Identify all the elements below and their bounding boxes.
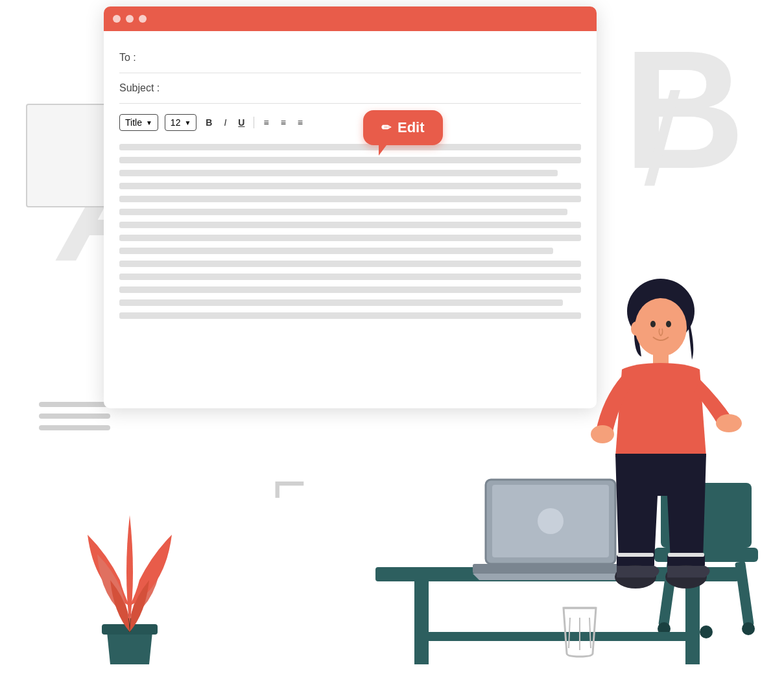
window-dot-1	[113, 15, 121, 23]
svg-point-4	[666, 321, 671, 327]
text-line	[119, 299, 563, 306]
size-select-value: 12	[171, 117, 181, 128]
window-dot-3	[139, 15, 147, 23]
text-line	[119, 183, 581, 189]
subject-label: Subject :	[119, 82, 160, 93]
to-label: To :	[119, 52, 136, 63]
window-titlebar	[104, 6, 597, 31]
font-select-chevron: ▼	[146, 119, 152, 126]
text-line	[119, 209, 567, 215]
text-line	[119, 222, 581, 228]
bg-slash: /	[644, 65, 680, 214]
edit-bubble[interactable]: ✏ Edit	[363, 110, 443, 145]
bg-lines	[39, 402, 110, 437]
svg-rect-15	[668, 553, 704, 557]
plant-illustration	[75, 476, 185, 664]
svg-point-1	[635, 298, 687, 356]
text-line	[119, 248, 553, 254]
svg-rect-17	[414, 581, 429, 664]
font-select-value: Title	[125, 117, 142, 128]
edit-label: Edit	[398, 119, 425, 136]
bg-bracket: ⌐	[272, 454, 307, 512]
size-select-chevron: ▼	[184, 119, 191, 126]
svg-point-3	[650, 321, 656, 327]
bold-button[interactable]: B	[203, 116, 215, 129]
text-line	[119, 196, 581, 202]
svg-point-6	[591, 425, 614, 443]
text-line	[119, 144, 581, 150]
person-illustration	[512, 250, 758, 664]
font-select[interactable]: Title ▼	[119, 114, 158, 131]
bg-letter-b: B	[623, 13, 745, 207]
align-center-button[interactable]: ≡	[278, 116, 289, 129]
text-line	[119, 157, 581, 163]
editor-toolbar: Title ▼ 12 ▼ B I U ≡ ≡ ≡	[119, 104, 581, 139]
subject-field: Subject :	[119, 73, 581, 104]
size-select[interactable]: 12 ▼	[165, 114, 196, 131]
text-line	[119, 170, 558, 176]
text-line	[119, 235, 581, 241]
align-left-button[interactable]: ≡	[261, 116, 271, 129]
svg-rect-14	[617, 553, 654, 557]
edit-icon: ✏	[381, 121, 391, 135]
toolbar-divider	[254, 117, 254, 128]
underline-button[interactable]: U	[235, 116, 247, 129]
svg-point-2	[631, 321, 641, 336]
align-right-button[interactable]: ≡	[295, 116, 305, 129]
window-dot-2	[126, 15, 134, 23]
to-field: To :	[119, 43, 581, 73]
italic-button[interactable]: I	[221, 116, 229, 129]
svg-point-7	[716, 414, 742, 432]
